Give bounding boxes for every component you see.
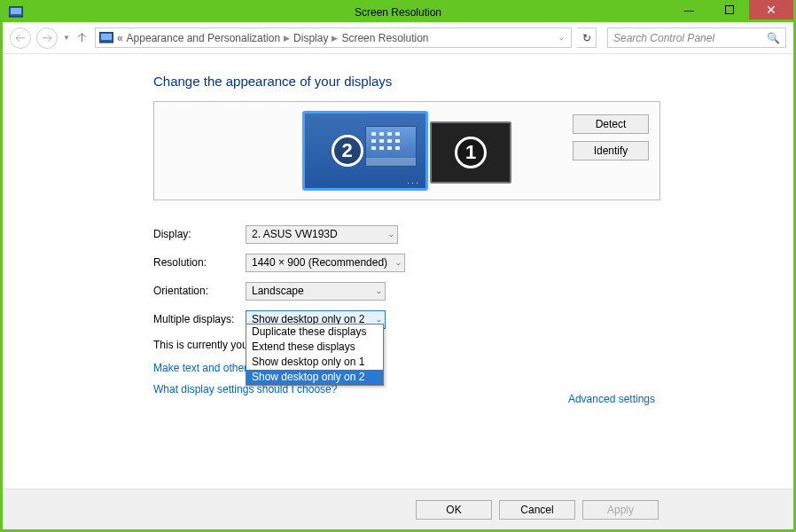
multiple-displays-label: Multiple displays: bbox=[153, 313, 246, 325]
window-controls: — ✕ bbox=[669, 0, 793, 20]
breadcrumb-dropdown-button[interactable]: ⌵ bbox=[559, 34, 567, 42]
breadcrumb-item[interactable]: Screen Resolution bbox=[341, 32, 428, 44]
chevron-down-icon: ⌵ bbox=[377, 287, 381, 295]
close-button[interactable]: ✕ bbox=[749, 0, 793, 20]
identify-button[interactable]: Identify bbox=[573, 141, 649, 160]
detect-button[interactable]: Detect bbox=[573, 114, 649, 134]
search-icon: 🔍 bbox=[767, 32, 780, 44]
monitor-number: 1 bbox=[455, 137, 487, 168]
chevron-down-icon: ⌵ bbox=[389, 231, 394, 239]
breadcrumb-bar[interactable]: « Appearance and Personalization ▶ Displ… bbox=[95, 27, 572, 48]
minimize-button[interactable]: — bbox=[669, 0, 709, 20]
up-button[interactable]: 🡡 bbox=[75, 32, 90, 44]
search-input[interactable]: Search Control Panel 🔍 bbox=[607, 27, 786, 48]
monitor-1[interactable]: 1 bbox=[430, 121, 511, 184]
breadcrumb-item[interactable]: Appearance and Personalization bbox=[127, 32, 280, 44]
chevron-down-icon: ⌵ bbox=[377, 316, 381, 324]
page-heading: Change the appearance of your displays bbox=[153, 74, 793, 89]
cancel-button[interactable]: Cancel bbox=[499, 500, 575, 520]
resolution-label: Resolution: bbox=[153, 256, 246, 269]
window-frame: Screen Resolution — ✕ 🡠 🡢 ▼ 🡡 « Appearan… bbox=[0, 0, 796, 532]
ok-button[interactable]: OK bbox=[416, 500, 492, 520]
dropdown-option[interactable]: Duplicate these displays bbox=[246, 325, 383, 340]
apply-button: Apply bbox=[582, 500, 659, 520]
dropdown-option[interactable]: Show desktop only on 1 bbox=[246, 355, 383, 370]
back-button[interactable]: 🡠 bbox=[10, 27, 31, 49]
refresh-button[interactable]: ↻ bbox=[577, 27, 597, 48]
breadcrumb-root: « bbox=[117, 32, 123, 44]
dialog-footer: OK Cancel Apply bbox=[3, 489, 793, 529]
dropdown-option-selected[interactable]: Show desktop only on 2 bbox=[246, 370, 383, 385]
desktop-thumbnail bbox=[365, 126, 417, 167]
settings-form: Display: 2. ASUS VW193D ⌵ Resolution: 14… bbox=[153, 220, 793, 351]
display-select[interactable]: 2. ASUS VW193D ⌵ bbox=[246, 225, 398, 244]
resolution-select[interactable]: 1440 × 900 (Recommended) ⌵ bbox=[246, 254, 405, 272]
titlebar[interactable]: Screen Resolution — ✕ bbox=[3, 3, 793, 22]
monitor-layout[interactable]: 2 1 bbox=[302, 111, 511, 191]
resolution-select-value: 1440 × 900 (Recommended) bbox=[252, 256, 387, 269]
orientation-select-value: Landscape bbox=[252, 285, 304, 297]
display-preview: 2 1 Detect Identify bbox=[153, 101, 660, 200]
forward-button[interactable]: 🡢 bbox=[36, 27, 58, 49]
dropdown-option[interactable]: Extend these displays bbox=[246, 340, 383, 355]
control-panel-icon bbox=[99, 32, 113, 44]
display-label: Display: bbox=[153, 228, 246, 240]
svg-rect-4 bbox=[101, 34, 112, 40]
orientation-select[interactable]: Landscape ⌵ bbox=[246, 282, 386, 301]
orientation-label: Orientation: bbox=[153, 285, 246, 297]
chevron-right-icon: ▶ bbox=[332, 34, 338, 43]
monitor-2[interactable]: 2 bbox=[302, 111, 428, 191]
chevron-down-icon: ⌵ bbox=[396, 259, 401, 267]
display-select-value: 2. ASUS VW193D bbox=[252, 228, 338, 240]
chevron-right-icon: ▶ bbox=[284, 34, 290, 43]
advanced-settings-link[interactable]: Advanced settings bbox=[568, 393, 655, 405]
breadcrumb-item[interactable]: Display bbox=[293, 32, 328, 44]
maximize-button[interactable] bbox=[709, 0, 749, 20]
svg-rect-2 bbox=[725, 6, 733, 14]
nav-toolbar: 🡠 🡢 ▼ 🡡 « Appearance and Personalization… bbox=[3, 22, 793, 54]
search-placeholder: Search Control Panel bbox=[613, 32, 714, 44]
monitor-number: 2 bbox=[332, 135, 363, 167]
content-area: Change the appearance of your displays 2… bbox=[3, 54, 793, 489]
multiple-displays-dropdown: Duplicate these displays Extend these di… bbox=[246, 324, 384, 386]
